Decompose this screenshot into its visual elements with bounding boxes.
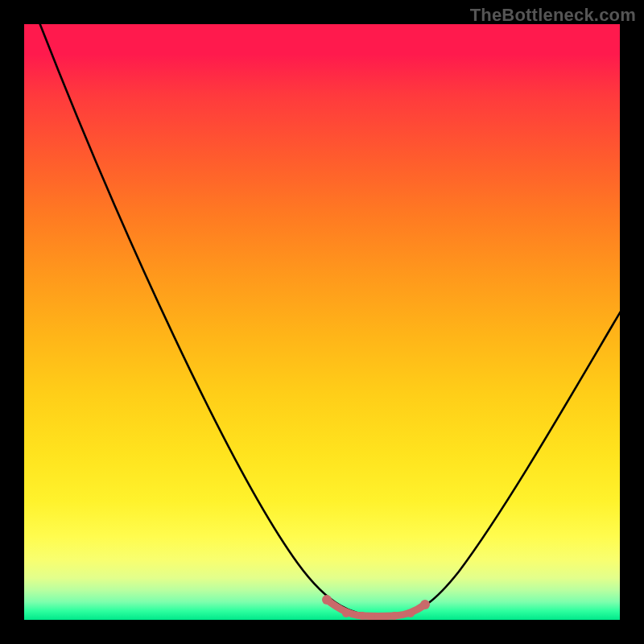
svg-point-4 bbox=[390, 612, 398, 620]
svg-point-0 bbox=[322, 595, 332, 605]
chart-stage: TheBottleneck.com bbox=[0, 0, 644, 644]
right-curve bbox=[396, 306, 620, 616]
plot-area bbox=[24, 24, 620, 620]
left-curve bbox=[32, 24, 374, 616]
svg-point-5 bbox=[407, 609, 415, 617]
svg-point-6 bbox=[420, 600, 430, 609]
curve-overlay bbox=[24, 24, 620, 620]
watermark-text: TheBottleneck.com bbox=[470, 5, 636, 26]
svg-point-2 bbox=[358, 612, 366, 620]
svg-point-1 bbox=[342, 609, 350, 617]
